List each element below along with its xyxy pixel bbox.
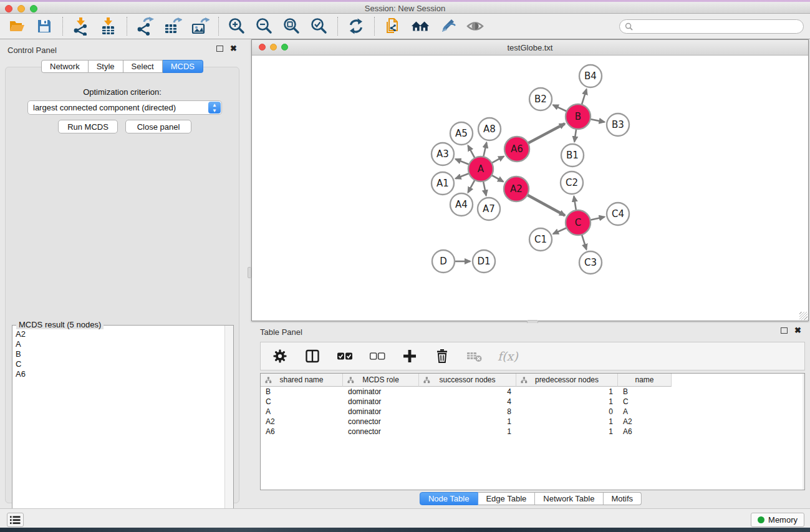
cell-MCDS-role[interactable]: dominator (343, 387, 419, 397)
horizontal-splitter-handle[interactable] (248, 267, 251, 278)
import-network-icon[interactable] (72, 17, 90, 36)
node-A3[interactable]: A3 (432, 143, 454, 165)
cell-predecessor-nodes[interactable]: 1 (516, 387, 618, 397)
edge-A2-C[interactable] (528, 195, 565, 216)
cell-MCDS-role[interactable]: dominator (343, 407, 419, 417)
cell-MCDS-role[interactable]: connector (343, 417, 419, 427)
search-field[interactable] (619, 19, 804, 34)
float-panel-icon[interactable] (781, 327, 788, 334)
cell-MCDS-role[interactable]: dominator (343, 397, 419, 407)
result-item[interactable]: A2 (16, 329, 224, 339)
edge-A-A4[interactable] (468, 180, 475, 193)
result-item[interactable]: A (16, 339, 224, 349)
edge-A-A1[interactable] (456, 173, 470, 178)
node-A6[interactable]: A6 (504, 137, 529, 162)
cell-predecessor-nodes[interactable]: 1 (516, 397, 618, 407)
hide-labels-icon[interactable] (438, 17, 457, 36)
refresh-icon[interactable] (347, 17, 365, 36)
mcds-result-list[interactable]: A2ABCA6 (13, 329, 224, 532)
tab-style[interactable]: Style (89, 60, 123, 73)
network-graph[interactable]: B4B2BB3A8A5A6A3B1AA1C2A2A4A7C4CC1C3DD1 (253, 56, 808, 321)
cell-name[interactable]: A (618, 407, 672, 417)
split-view-icon[interactable] (303, 347, 322, 365)
tab-motifs[interactable]: Motifs (603, 492, 642, 505)
edge-C-C2[interactable] (574, 196, 576, 211)
export-image-icon[interactable] (191, 17, 210, 36)
zoom-in-icon[interactable] (228, 17, 246, 36)
toggle-visibility-icon[interactable] (466, 17, 485, 36)
close-panel-icon[interactable]: ✖ (794, 327, 801, 334)
edge-C-C3[interactable] (582, 235, 586, 249)
cell-successor-nodes[interactable]: 8 (419, 407, 516, 417)
cell-name[interactable]: B (618, 387, 672, 397)
result-item[interactable]: C (16, 359, 224, 369)
cell-successor-nodes[interactable]: 1 (419, 427, 516, 437)
edge-B-B1[interactable] (574, 129, 576, 142)
node-C1[interactable]: C1 (529, 228, 552, 251)
save-session-icon[interactable] (35, 17, 54, 36)
run-mcds-button[interactable]: Run MCDS (58, 120, 118, 133)
result-list-scrollbar[interactable] (224, 326, 233, 532)
table-row[interactable]: Cdominator41C (261, 397, 804, 407)
edge-A-A2[interactable] (491, 175, 503, 181)
optimization-criterion-select[interactable]: largest connected component (directed) ▲… (27, 100, 222, 115)
zoom-selected-icon[interactable] (310, 17, 329, 36)
zoom-fit-icon[interactable] (282, 17, 301, 36)
tab-mcds[interactable]: MCDS (163, 60, 203, 73)
table-row[interactable]: A2connector11A2 (261, 417, 804, 427)
cell-successor-nodes[interactable]: 4 (419, 387, 516, 397)
node-B3[interactable]: B3 (607, 114, 629, 136)
export-table-icon[interactable] (163, 17, 182, 36)
zoom-out-icon[interactable] (255, 17, 274, 36)
edge-A-A8[interactable] (483, 142, 486, 157)
node-C2[interactable]: C2 (561, 172, 583, 194)
node-A7[interactable]: A7 (478, 198, 500, 220)
tab-network-table[interactable]: Network Table (535, 492, 603, 505)
cell-successor-nodes[interactable]: 1 (419, 417, 516, 427)
cell-name[interactable]: A2 (618, 417, 672, 427)
network-window-titlebar[interactable]: testGlobe.txt (252, 40, 808, 56)
clone-network-icon[interactable] (383, 17, 402, 36)
table-scrollbar[interactable] (803, 374, 804, 490)
node-A1[interactable]: A1 (432, 172, 454, 195)
edge-A-A5[interactable] (468, 145, 475, 158)
node-A[interactable]: A (468, 157, 493, 181)
cell-shared-name[interactable]: B (261, 387, 343, 397)
cell-shared-name[interactable]: A6 (261, 427, 343, 437)
network-canvas[interactable]: B4B2BB3A8A5A6A3B1AA1C2A2A4A7C4CC1C3DD1 (253, 56, 808, 321)
node-A5[interactable]: A5 (450, 122, 473, 145)
close-panel-icon[interactable]: ✖ (230, 46, 237, 52)
node-A8[interactable]: A8 (478, 118, 501, 140)
column-header-name[interactable]: name (618, 374, 672, 387)
import-table-icon[interactable] (99, 17, 118, 36)
cell-name[interactable]: A6 (618, 427, 672, 437)
node-A2[interactable]: A2 (504, 177, 529, 201)
cell-shared-name[interactable]: A (261, 407, 343, 417)
edge-A6-B[interactable] (528, 123, 565, 143)
cell-predecessor-nodes[interactable]: 1 (516, 417, 618, 427)
open-session-icon[interactable] (7, 17, 26, 36)
edge-A-A3[interactable] (455, 159, 469, 165)
column-header-shared-name[interactable]: shared name (261, 374, 343, 387)
edge-C-C1[interactable] (553, 228, 567, 234)
add-column-icon[interactable] (400, 347, 419, 365)
edge-B-B4[interactable] (582, 89, 587, 105)
select-all-icon[interactable] (335, 347, 354, 365)
task-history-button[interactable] (7, 513, 24, 527)
window-resize-grip[interactable] (799, 312, 808, 320)
result-item[interactable]: A6 (16, 369, 224, 379)
node-C3[interactable]: C3 (579, 251, 602, 274)
result-item[interactable]: B (16, 349, 224, 359)
cell-predecessor-nodes[interactable]: 1 (516, 427, 618, 437)
cell-successor-nodes[interactable]: 4 (419, 397, 516, 407)
table-row[interactable]: A6connector11A6 (261, 427, 804, 437)
node-D1[interactable]: D1 (473, 250, 495, 273)
node-A4[interactable]: A4 (450, 193, 473, 216)
table-row[interactable]: Bdominator41B (261, 387, 804, 397)
close-panel-button[interactable]: Close panel (125, 120, 191, 133)
tab-edge-table[interactable]: Edge Table (478, 492, 535, 505)
edge-A-A6[interactable] (492, 157, 504, 163)
edge-C-C4[interactable] (591, 217, 605, 220)
search-input[interactable] (636, 22, 792, 31)
column-header-successor-nodes[interactable]: successor nodes (419, 374, 516, 387)
